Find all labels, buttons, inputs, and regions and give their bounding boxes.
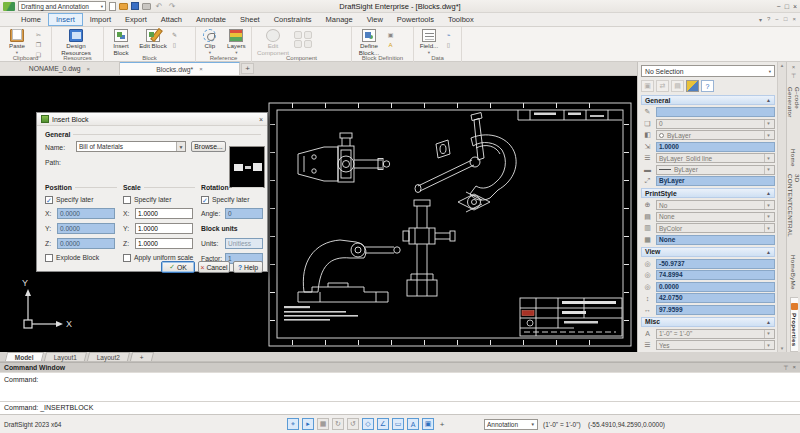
block-page-icon[interactable]: ▯ <box>170 40 179 49</box>
rotation-specify-later-checkbox[interactable] <box>201 196 209 204</box>
view-height-field[interactable]: 42.0750 <box>656 293 775 303</box>
doc-tab-blocks[interactable]: Blocks.dwg* × <box>120 62 240 75</box>
add-sheet-button[interactable]: + <box>130 352 154 361</box>
save-file-icon[interactable] <box>131 2 139 10</box>
lock-icon[interactable]: A <box>386 40 395 49</box>
sheet-tab-layout1[interactable]: Layout1 <box>44 352 87 361</box>
tab-export[interactable]: Export <box>118 14 154 25</box>
quick-input-toggle[interactable]: A <box>407 418 419 430</box>
ribbon-options-icon[interactable]: ▾ <box>759 16 762 23</box>
name-field[interactable] <box>656 107 775 117</box>
command-input-line[interactable]: Command: _INSERTBLOCK <box>0 401 800 414</box>
define-block-button[interactable]: Define Block... <box>354 28 384 56</box>
redo-icon[interactable]: ↷ <box>167 1 177 11</box>
explode-block-checkbox[interactable] <box>45 254 53 262</box>
close-icon[interactable]: × <box>792 364 796 371</box>
scale-z-field[interactable] <box>135 238 193 249</box>
scale-specify-later-checkbox[interactable] <box>123 196 131 204</box>
help-icon[interactable]: ? <box>701 80 714 92</box>
sheet-tab-model[interactable]: Model <box>5 352 44 361</box>
annotation-scale-select[interactable]: 1'-0" = 1'-0" ▼ <box>656 329 775 339</box>
tab-view[interactable]: View <box>360 14 390 25</box>
line-scale-field[interactable]: 1.0000 <box>656 142 775 152</box>
section-general[interactable]: General ▲ <box>641 95 775 105</box>
doc-close-icon[interactable]: × <box>792 16 796 23</box>
doc-tab-noname[interactable]: NONAME_0.dwg × <box>0 62 120 75</box>
sheet-tab-layout2[interactable]: Layout2 <box>87 352 130 361</box>
esnap-toggle[interactable]: ◇ <box>362 418 374 430</box>
block-name-select[interactable]: Bill of Materials ▼ <box>76 141 186 152</box>
scale-y-field[interactable] <box>135 223 193 234</box>
section-printstyle[interactable]: PrintStyle ▲ <box>641 188 775 198</box>
view-center-z-field[interactable]: 0.0000 <box>656 282 775 292</box>
misc-ucs-select[interactable]: Yes ▼ <box>656 340 775 350</box>
palette-tab-3dcontentcentral[interactable]: 3D CONTENTCENTRAL <box>787 174 800 246</box>
selection-filter-select[interactable]: No Selection ▾ <box>641 65 775 77</box>
annotation-visibility-toggle[interactable]: ▣ <box>422 418 434 430</box>
tab-import[interactable]: Import <box>83 14 118 25</box>
tab-manage[interactable]: Manage <box>319 14 360 25</box>
view-width-field[interactable]: 97.9599 <box>656 305 775 315</box>
new-file-icon[interactable] <box>109 2 116 11</box>
layers-button[interactable]: Layers ▾ <box>224 28 249 54</box>
line-weight-select[interactable]: ByLayer ▼ <box>656 165 775 175</box>
pointer-toggle[interactable]: ▸ <box>302 418 314 430</box>
tab-annotate[interactable]: Annotate <box>189 14 233 25</box>
position-specify-later-checkbox[interactable] <box>45 196 53 204</box>
palette-tab-homebyme[interactable]: HomeByMe <box>790 255 797 290</box>
palette-tab-home[interactable]: Home <box>790 149 797 167</box>
panel-scrollbar[interactable]: ▲ ▼ <box>777 62 786 352</box>
command-window-header[interactable]: Command Window ⊤ × <box>0 362 800 372</box>
snap-toggle[interactable]: ⌖ <box>287 418 299 430</box>
section-view[interactable]: View ▲ <box>641 247 775 257</box>
new-tab-button[interactable]: + <box>241 63 254 74</box>
add-status-icon[interactable]: + <box>437 420 447 429</box>
ortho-toggle[interactable]: ↻ <box>332 418 344 430</box>
open-file-icon[interactable] <box>119 3 128 10</box>
browse-button[interactable]: Browse... <box>191 141 226 152</box>
design-resources-button[interactable]: Design Resources <box>54 28 98 56</box>
pin-icon[interactable]: ⊤ <box>791 72 796 79</box>
line-color-select[interactable]: ByLayer ▼ <box>656 130 775 140</box>
close-icon[interactable]: × <box>259 116 263 123</box>
polar-toggle[interactable]: ↺ <box>347 418 359 430</box>
help-icon[interactable]: ? <box>767 16 770 23</box>
apply-uniform-scale-checkbox[interactable] <box>123 254 131 262</box>
layer-select[interactable]: 0 ▼ <box>656 119 775 129</box>
palette-tab-properties[interactable]: Properties <box>790 297 798 352</box>
close-icon[interactable]: × <box>792 64 796 70</box>
minimize-button[interactable]: − <box>777 3 781 10</box>
view-center-y-field[interactable]: 74.8994 <box>656 270 775 280</box>
dialog-title-bar[interactable]: Insert Block × <box>37 113 267 126</box>
scroll-down-icon[interactable]: ▼ <box>780 346 784 351</box>
grid-toggle[interactable]: ▦ <box>317 418 329 430</box>
close-icon[interactable]: × <box>199 66 203 72</box>
line-style-select[interactable]: ByLayer Solid line ▼ <box>656 153 775 163</box>
annotation-scale-select[interactable]: Annotation ▼ <box>484 419 538 430</box>
pin-icon[interactable]: ⊤ <box>783 364 788 371</box>
tab-insert[interactable]: Insert <box>48 13 83 26</box>
doc-restore-icon[interactable]: □ <box>784 16 788 23</box>
tab-constraints[interactable]: Constraints <box>267 14 319 25</box>
cut-icon[interactable]: ✂ <box>34 30 43 39</box>
doc-minimize-icon[interactable]: − <box>775 16 779 23</box>
transparency-field[interactable]: ByLayer <box>656 176 775 186</box>
ok-button[interactable]: ✓OK <box>161 261 195 273</box>
tab-attach[interactable]: Attach <box>154 14 189 25</box>
workspace-select[interactable]: Drafting and Annotation ▾ <box>18 1 106 11</box>
help-button[interactable]: ?Help <box>233 261 263 273</box>
close-button[interactable]: × <box>793 3 797 10</box>
insert-block-button[interactable]: Insert Block <box>106 28 136 56</box>
view-center-x-field[interactable]: -50.9737 <box>656 259 775 269</box>
print-icon[interactable] <box>142 3 151 10</box>
paste-button[interactable]: Paste ▾ <box>2 28 32 54</box>
data-page-icon[interactable]: ▯ <box>444 40 453 49</box>
block-attributes-icon[interactable]: ▣ <box>386 30 395 39</box>
scale-x-field[interactable] <box>135 208 193 219</box>
restore-button[interactable]: □ <box>785 3 789 10</box>
paint-properties-icon[interactable]: · <box>686 80 699 92</box>
lineweight-toggle[interactable]: ▭ <box>392 418 404 430</box>
printstyle-table-select[interactable]: None ▼ <box>656 212 775 222</box>
tab-home[interactable]: Home <box>14 14 48 25</box>
field-button[interactable]: Field... ▾ <box>416 28 442 54</box>
